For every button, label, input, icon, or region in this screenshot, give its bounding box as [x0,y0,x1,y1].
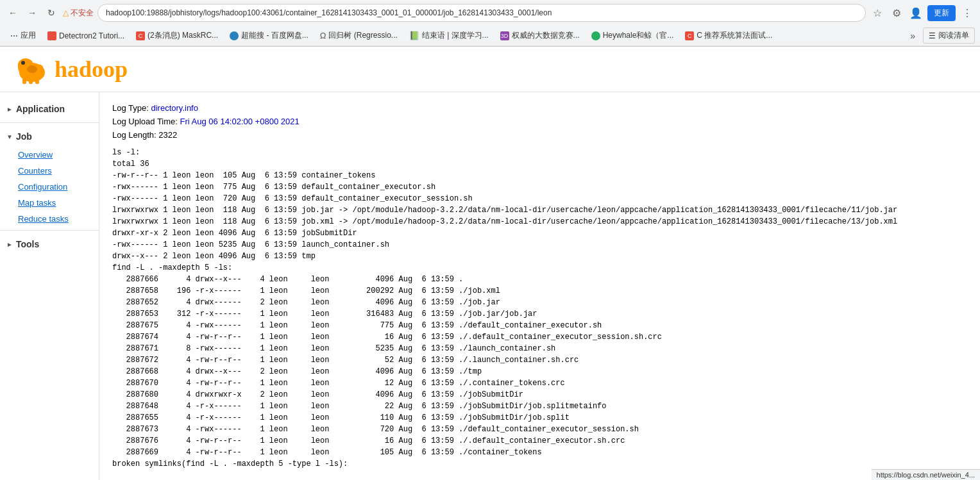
more-bookmarks-button[interactable]: » [906,29,919,43]
warning-icon: △ [63,8,69,17]
job-collapse-icon: ▼ [6,133,13,140]
sidebar-job-label: Job [16,131,32,142]
log-upload-line-1: Log Upload Time: Fri Aug 06 14:02:00 +08… [112,115,967,129]
bookmark-label-deeplearn: 结束语 | 深度学习... [422,30,489,41]
apps-icon: ⋅⋅⋅ [10,31,18,40]
main-layout: ► Application ▼ Job Overview Counters Co… [0,92,980,480]
browser-toolbar: ← → ↻ △ 不安全 ☆ ⚙ 👤 更新 ⋮ [0,0,980,26]
sidebar: ► Application ▼ Job Overview Counters Co… [0,92,99,480]
svg-rect-4 [22,78,26,84]
log-upload-value-1: Fri Aug 06 14:02:00 +0800 2021 [180,117,300,126]
bookmark-icon-csdn: C [136,31,145,40]
log-content-1: ls -l: total 36 -rw-r--r-- 1 leon leon 1… [112,147,967,470]
log-length-value-1: 2322 [158,130,177,140]
update-button[interactable]: 更新 [927,5,956,21]
log-type-line-1: Log Type: directory.info [112,102,967,115]
reload-button[interactable]: ↻ [44,5,59,21]
content-area: Log Type: directory.info Log Upload Time… [99,92,980,480]
svg-rect-5 [29,79,33,84]
bookmark-label-d2: Detectron2 Tutori... [59,31,124,40]
sidebar-tools-label: Tools [16,239,39,249]
security-text: 不安全 [71,8,94,19]
sidebar-application-label: Application [16,104,65,114]
bookmark-baidu[interactable]: 超能搜 - 百度网盘... [224,28,314,43]
back-button[interactable]: ← [5,5,21,21]
log-type-value-1: directory.info [151,103,198,113]
bookmark-label-baidu: 超能搜 - 百度网盘... [241,30,308,41]
bookmarks-bar: ⋅⋅⋅ 应用 Detectron2 Tutori... C (2条消息) Mas… [0,26,980,46]
address-bar[interactable] [97,4,866,22]
svg-rect-6 [35,78,39,84]
bookmark-heywhale[interactable]: Heywhale和鲸（官... [586,28,679,43]
readinglist-icon: ☰ [929,31,936,40]
readinglist-label: 阅读清单 [938,30,969,41]
bookmark-icon-omega: Ω [320,31,326,40]
bookmark-label-recommend: C 推荐系统算法面试... [697,30,772,41]
bookmark-recommend[interactable]: C C 推荐系统算法面试... [680,28,777,43]
page-content: ● hadoop ► Application ▼ Job Overview Co… [0,47,980,480]
svg-point-7 [27,65,37,73]
apps-bookmark[interactable]: ⋅⋅⋅ 应用 [5,28,41,43]
extension-icon[interactable]: ⚙ [889,5,904,21]
user-icon[interactable]: 👤 [908,5,924,21]
sidebar-item-reduce-tasks[interactable]: Reduce tasks [0,211,99,227]
log-type-label-1: Log Type: [112,103,149,113]
bookmark-label-maskrcnn: (2条消息) MaskRC... [148,30,218,41]
sidebar-job-header[interactable]: ▼ Job [0,126,99,147]
bookmark-label-regression: 回归树 (Regressio... [328,30,397,41]
bookmark-regression[interactable]: Ω 回归树 (Regressio... [315,28,403,43]
security-warning: △ 不安全 [63,8,94,19]
bookmark-detectron2[interactable]: Detectron2 Tutori... [42,29,130,42]
forward-button[interactable]: → [24,5,40,21]
svg-point-3 [21,61,25,65]
log-length-line-1: Log Length: 2322 [112,129,967,142]
status-bar: https://blog.csdn.net/weixin_4... [872,469,980,480]
hadoop-logo: ● hadoop [13,53,967,85]
sidebar-item-counters[interactable]: Counters [0,163,99,179]
bookmark-icon-recommend: C [685,31,694,40]
hadoop-elephant-icon: ● [13,53,51,85]
site-header: ● hadoop [0,47,980,92]
bookmark-icon-baidu [230,31,239,40]
apps-label: 应用 [21,30,36,41]
bookmark-label-heywhale: Heywhale和鲸（官... [603,30,674,41]
bookmark-maskrcnn[interactable]: C (2条消息) MaskRC... [131,28,223,43]
sidebar-divider-2 [0,230,99,231]
menu-icon[interactable]: ⋮ [959,5,975,21]
application-expand-icon: ► [6,106,13,113]
bookmark-readinglist[interactable]: ☰ 阅读清单 [923,28,975,44]
svg-text:●: ● [15,56,19,62]
sidebar-item-configuration[interactable]: Configuration [0,179,99,195]
log-upload-label-1: Log Upload Time: [112,117,178,126]
bookmark-star-icon[interactable]: ☆ [870,5,885,21]
logo-text: hadoop [55,56,128,83]
log-meta-1: Log Type: directory.info Log Upload Time… [112,102,967,142]
sidebar-item-map-tasks[interactable]: Map tasks [0,195,99,211]
sidebar-divider-1 [0,122,99,123]
sidebar-item-overview[interactable]: Overview [0,147,99,163]
bookmark-icon-deeplearn: 📗 [409,31,419,40]
bookmark-label-bigdata: 权威的大数据竞赛... [512,30,580,41]
bookmark-icon-d2 [47,31,56,40]
log-section-directory-info: Log Type: directory.info Log Upload Time… [112,102,967,470]
bookmark-icon-heywhale [591,31,600,40]
sidebar-application-header[interactable]: ► Application [0,99,99,119]
sidebar-tools-header[interactable]: ► Tools [0,234,99,254]
tools-expand-icon: ► [6,241,13,248]
log-length-label-1: Log Length: [112,130,156,140]
bookmark-bigdata[interactable]: 3D 权威的大数据竞赛... [495,28,585,43]
bookmark-deeplearn[interactable]: 📗 结束语 | 深度学习... [404,28,494,43]
status-url: https://blog.csdn.net/weixin_4... [877,471,975,479]
bookmark-icon-bigdata: 3D [500,31,509,40]
browser-chrome: ← → ↻ △ 不安全 ☆ ⚙ 👤 更新 ⋮ ⋅⋅⋅ 应用 Detectron2… [0,0,980,47]
